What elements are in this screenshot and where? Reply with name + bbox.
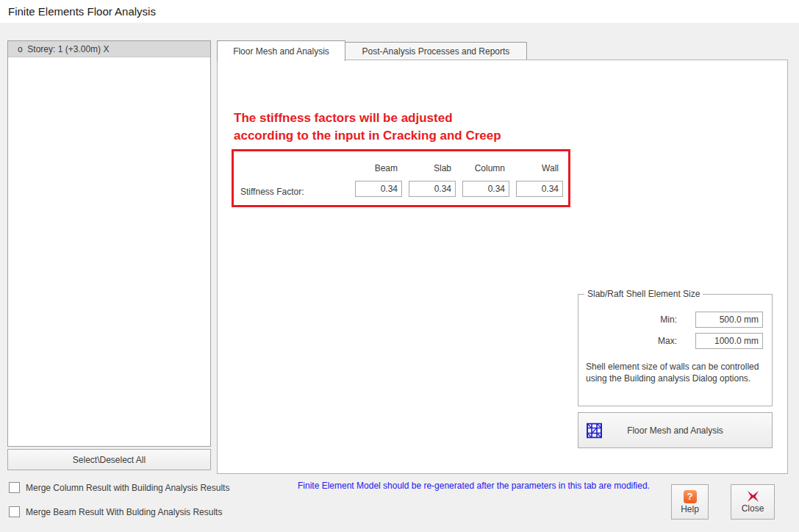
checkbox-merge-beam-result[interactable]: Merge Beam Result With Bulding Analysis … — [9, 506, 222, 518]
floor-mesh-label: Floor Mesh and Analysis — [627, 425, 723, 436]
annotation-line2: according to the input in Cracking and C… — [234, 127, 501, 145]
shell-element-size-group: Slab/Raft Shell Element Size Min: Max: S… — [578, 294, 773, 406]
tab-floor-mesh-and-analysis[interactable]: Floor Mesh and Analysis — [217, 40, 345, 61]
annotation-text: The stiffness factors will be adjusted a… — [234, 109, 501, 145]
stiffness-column-header-slab: Slab — [409, 163, 456, 175]
tab-post-analysis-processes[interactable]: Post-Analysis Processes and Reports — [345, 42, 527, 60]
min-size-input[interactable] — [695, 312, 763, 328]
max-label: Max: — [640, 333, 677, 349]
stiffness-beam-input[interactable] — [355, 181, 402, 197]
stiffness-slab-input[interactable] — [409, 181, 456, 197]
checkbox-merge-column-result[interactable]: Merge Column Result with Building Analys… — [9, 481, 229, 494]
checkbox-label: Merge Beam Result With Bulding Analysis … — [26, 507, 222, 517]
min-label: Min: — [640, 312, 677, 328]
checkbox-label: Merge Column Result with Building Analys… — [26, 483, 229, 493]
annotation-line1: The stiffness factors will be adjusted — [234, 109, 501, 127]
stiffness-column-input[interactable] — [462, 181, 509, 197]
group-title: Slab/Raft Shell Element Size — [584, 289, 703, 299]
stiffness-factor-label: Stiffness Factor: — [240, 184, 304, 200]
stiffness-column-header-wall: Wall — [516, 163, 563, 175]
stiffness-column-header-column: Column — [462, 163, 509, 175]
floor-mesh-and-analysis-button[interactable]: Floor Mesh and Analysis — [578, 412, 773, 448]
regenerate-warning-note: Finite Element Model should be re-genera… — [298, 480, 663, 492]
question-icon: ? — [684, 490, 697, 503]
storey-list[interactable]: o Storey: 1 (+3.00m) X — [7, 40, 211, 447]
close-button[interactable]: Close — [731, 484, 775, 520]
close-label: Close — [742, 503, 764, 514]
help-button[interactable]: ? Help — [671, 484, 709, 520]
shell-size-note: Shell element size of walls can be contr… — [586, 361, 765, 384]
stiffness-column-header-beam: Beam — [355, 163, 402, 175]
checkbox-box[interactable] — [9, 482, 20, 493]
help-label: Help — [681, 504, 699, 514]
checkbox-box[interactable] — [9, 506, 20, 517]
storey-list-item[interactable]: o Storey: 1 (+3.00m) X — [8, 41, 210, 57]
window-titlebar: Finite Elements Floor Analysis — [0, 0, 799, 23]
close-x-icon — [746, 490, 760, 503]
window-title: Finite Elements Floor Analysis — [8, 5, 156, 18]
mesh-icon — [587, 423, 602, 438]
select-deselect-all-button[interactable]: Select\Deselect All — [7, 449, 211, 470]
max-size-input[interactable] — [695, 333, 763, 349]
stiffness-wall-input[interactable] — [516, 181, 563, 197]
